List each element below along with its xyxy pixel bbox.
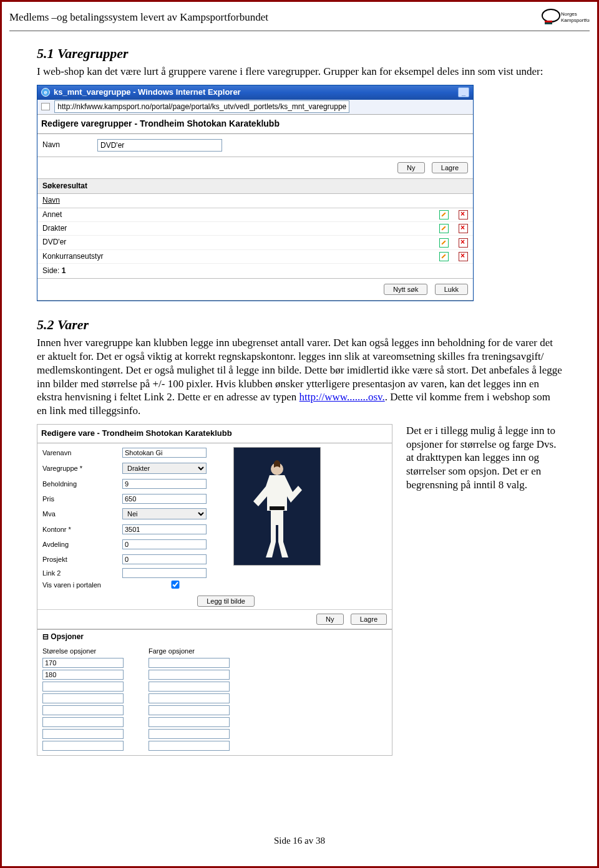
results-table: Navn Annet Drakter DVD'er Konkurranseuts…: [37, 194, 473, 264]
table-row: DVD'er: [37, 236, 473, 249]
two-column: Redigere vare - Trondheim Shotokan Karat…: [37, 424, 562, 756]
storrelse-input[interactable]: [42, 729, 124, 739]
table-row: Konkurranseutstyr: [37, 249, 473, 263]
farge-input[interactable]: [149, 729, 230, 739]
delete-icon[interactable]: [459, 252, 468, 261]
svg-text:Kampsportforbund: Kampsportforbund: [561, 17, 590, 23]
delete-icon[interactable]: [459, 238, 468, 248]
farge-input[interactable]: [149, 705, 230, 715]
mva-label: Mva: [42, 509, 117, 518]
farge-input[interactable]: [149, 741, 230, 751]
avdeling-input[interactable]: [122, 539, 207, 549]
header-left-text: Medlems –og betalingssystem levert av Ka…: [9, 11, 268, 24]
lagre-button[interactable]: Lagre: [432, 162, 468, 173]
sokeresultat-heading: Søkeresultat: [37, 179, 473, 194]
page-header: Medlems –og betalingssystem levert av Ka…: [9, 8, 590, 31]
storrelse-input[interactable]: [42, 670, 124, 680]
side-paragraph: Det er i tillegg mulig å legge inn to op…: [406, 424, 562, 492]
ie-url[interactable]: http://nkfwww.kampsport.no/portal/page/p…: [54, 100, 349, 113]
ie-e-icon: e: [41, 88, 50, 97]
beholdning-label: Beholdning: [42, 480, 117, 488]
navn-input[interactable]: [97, 139, 222, 152]
farge-input[interactable]: [149, 717, 230, 727]
page-icon: [41, 103, 50, 110]
varegruppe-label: Varegruppe *: [42, 464, 117, 473]
button-row-bottom: Nytt søk Lukk: [37, 279, 473, 301]
svg-point-0: [542, 9, 560, 22]
edit-heading: Redigere vare - Trondheim Shotokan Karat…: [37, 425, 392, 443]
add-image-button[interactable]: Legg til bilde: [197, 596, 255, 607]
opsjoner-section: Opsjoner Størelse opsjoner: [37, 629, 392, 755]
navn-label: Navn: [42, 140, 60, 150]
edit-icon[interactable]: [439, 252, 449, 261]
product-image: [233, 447, 321, 566]
section-5-2-text: Innen hver varegruppe kan klubben legge …: [37, 336, 562, 418]
ny-button[interactable]: Ny: [397, 162, 424, 173]
section-5-1-text: I web-shop kan det være lurt å gruppere …: [37, 65, 562, 79]
link2-input[interactable]: [122, 568, 207, 578]
storrelse-input[interactable]: [42, 693, 124, 703]
pris-label: Pris: [42, 494, 117, 503]
header-logo: Norges Kampsportforbund: [540, 8, 590, 27]
storrelse-input[interactable]: [42, 705, 124, 715]
svg-rect-2: [545, 22, 552, 24]
farge-input[interactable]: [149, 693, 230, 703]
nytt-sok-button[interactable]: Nytt søk: [384, 284, 427, 295]
ny-button-2[interactable]: Ny: [316, 614, 343, 625]
avdeling-label: Avdeling: [42, 540, 117, 549]
storrelse-input[interactable]: [42, 741, 124, 751]
varegruppe-select[interactable]: Drakter: [122, 463, 207, 474]
varenavn-label: Varenavn: [42, 448, 117, 457]
prosjekt-input[interactable]: [122, 554, 207, 564]
delete-icon[interactable]: [459, 224, 468, 233]
farge-input[interactable]: [149, 670, 230, 680]
section-5-1-heading: 5.1 Varegrupper: [37, 45, 562, 62]
link2-label: Link 2: [42, 569, 117, 577]
minimize-icon[interactable]: _: [458, 87, 469, 97]
varenavn-input[interactable]: [122, 448, 207, 458]
edit-icon[interactable]: [439, 238, 449, 248]
storrelse-input[interactable]: [42, 682, 124, 692]
ie-window: e ks_mnt_varegruppe - Windows Internet E…: [37, 85, 474, 301]
opsjoner-columns: Størelse opsjoner Farge opsjoner: [37, 644, 392, 755]
pris-input[interactable]: [122, 494, 207, 504]
storrelse-heading: Størelse opsjoner: [42, 647, 124, 655]
app-heading: Redigere varegrupper - Trondheim Shotoka…: [37, 115, 473, 134]
ie-title-text: ks_mnt_varegruppe - Windows Internet Exp…: [54, 87, 241, 98]
opsjoner-heading[interactable]: Opsjoner: [37, 630, 392, 644]
storrelse-col: Størelse opsjoner: [42, 647, 124, 753]
beholdning-input[interactable]: [122, 479, 207, 489]
save-row: Ny Lagre: [37, 609, 392, 629]
add-image-row: Legg til bilde: [37, 593, 392, 609]
lukk-button[interactable]: Lukk: [435, 284, 468, 295]
delete-icon[interactable]: [459, 210, 468, 219]
page: Medlems –og betalingssystem levert av Ka…: [0, 0, 599, 868]
farge-heading: Farge opsjoner: [149, 647, 230, 655]
content: 5.1 Varegrupper I web-shop kan det være …: [9, 45, 590, 756]
button-row-top: Ny Lagre: [37, 157, 473, 179]
edit-icon[interactable]: [439, 210, 449, 219]
app-body: Redigere varegrupper - Trondheim Shotoka…: [37, 115, 473, 301]
svg-text:Norges: Norges: [561, 11, 577, 17]
prosjekt-label: Prosjekt: [42, 555, 117, 564]
col-navn[interactable]: Navn: [37, 194, 434, 208]
example-link[interactable]: http://www........osv.: [300, 391, 385, 403]
table-row: Annet: [37, 208, 473, 221]
storrelse-input[interactable]: [42, 658, 124, 668]
storrelse-input[interactable]: [42, 717, 124, 727]
ie-addressbar: http://nkfwww.kampsport.no/portal/page/p…: [37, 100, 473, 115]
form-grid: Varenavn Varegruppe * Drakter: [37, 443, 392, 593]
vis-checkbox[interactable]: [122, 581, 228, 589]
ksf-logo-icon: Norges Kampsportforbund: [540, 8, 590, 27]
kontonr-input[interactable]: [122, 524, 207, 534]
section-5-2-heading: 5.2 Varer: [37, 316, 562, 334]
farge-input[interactable]: [149, 658, 230, 668]
navn-row: Navn: [37, 134, 473, 157]
mva-select[interactable]: Nei: [122, 508, 207, 519]
edit-icon[interactable]: [439, 224, 449, 233]
side-row: Side: 1: [37, 264, 473, 279]
lagre-button-2[interactable]: Lagre: [351, 614, 387, 625]
farge-input[interactable]: [149, 682, 230, 692]
vis-label: Vis varen i portalen: [42, 581, 117, 589]
svg-rect-1: [545, 21, 552, 22]
